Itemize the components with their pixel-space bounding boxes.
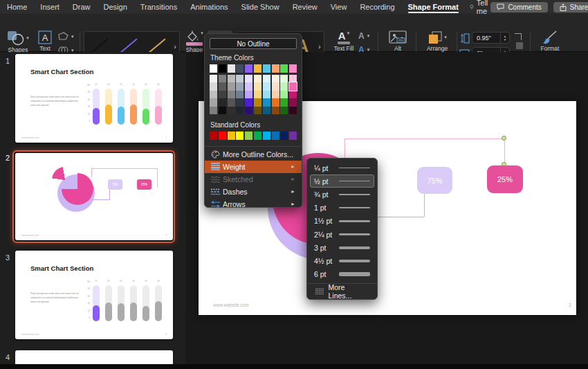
- weight-option[interactable]: 6 pt: [310, 268, 374, 281]
- color-swatch[interactable]: [289, 91, 297, 99]
- color-swatch[interactable]: [280, 107, 288, 115]
- ribbon-tab[interactable]: Draw: [73, 0, 91, 14]
- weight-option[interactable]: 4½ pt: [310, 254, 374, 267]
- weight-option[interactable]: 2¼ pt: [310, 228, 374, 241]
- color-swatch[interactable]: [245, 98, 252, 107]
- color-swatch[interactable]: [280, 82, 288, 91]
- gallery-more-icon[interactable]: ›: [318, 42, 321, 51]
- text-outline-button[interactable]: A ▾: [358, 32, 369, 40]
- shape-height-field[interactable]: 0.95" ▴▾: [472, 32, 510, 44]
- ribbon-tab[interactable]: Slide Show: [241, 0, 279, 14]
- color-swatch[interactable]: [280, 91, 288, 99]
- color-swatch[interactable]: [263, 64, 270, 73]
- color-swatch[interactable]: [272, 98, 279, 107]
- ribbon-tab[interactable]: Transitions: [140, 0, 177, 14]
- color-swatch[interactable]: [289, 98, 297, 107]
- slide-1-thumbnail[interactable]: Smart Chart Section Sed ut perspiciatis …: [15, 54, 173, 143]
- color-swatch[interactable]: [228, 107, 235, 115]
- color-swatch[interactable]: [280, 75, 288, 83]
- color-swatch[interactable]: [289, 75, 297, 83]
- color-swatch[interactable]: [236, 64, 244, 73]
- more-lines-button[interactable]: More Lines...: [310, 285, 374, 298]
- color-swatch[interactable]: [236, 98, 244, 107]
- edit-shape-button[interactable]: ▾: [58, 32, 74, 41]
- color-swatch[interactable]: [228, 75, 235, 83]
- color-swatch[interactable]: [254, 75, 261, 83]
- color-swatch[interactable]: [210, 82, 217, 91]
- color-swatch[interactable]: [289, 107, 297, 115]
- color-swatch[interactable]: [228, 91, 235, 99]
- weight-option[interactable]: ¼ pt: [310, 161, 374, 174]
- tell-me[interactable]: Tell me: [470, 0, 491, 15]
- ribbon-tab[interactable]: Recording: [360, 0, 394, 14]
- color-swatch[interactable]: [289, 82, 297, 91]
- menu-item-arrows[interactable]: Arrows ►: [205, 198, 302, 210]
- color-swatch[interactable]: [236, 82, 244, 91]
- menu-item-dashes[interactable]: Dashes ►: [205, 186, 302, 198]
- ribbon-tab[interactable]: Insert: [40, 0, 59, 14]
- color-swatch[interactable]: [210, 64, 217, 73]
- color-swatch[interactable]: [219, 82, 226, 91]
- color-swatch[interactable]: [219, 75, 226, 83]
- shape-box-25[interactable]: 25%: [487, 165, 523, 193]
- color-swatch[interactable]: [280, 132, 288, 140]
- color-swatch[interactable]: [228, 98, 235, 107]
- color-swatch[interactable]: [289, 64, 297, 73]
- slide-2-thumbnail[interactable]: 75% 25% www.website.com 2: [15, 153, 173, 240]
- color-swatch[interactable]: [254, 82, 261, 91]
- color-swatch[interactable]: [272, 75, 279, 83]
- height-stepper[interactable]: ▴▾: [500, 33, 509, 43]
- no-outline-button[interactable]: No Outline: [210, 38, 297, 49]
- color-swatch[interactable]: [263, 107, 270, 115]
- color-swatch[interactable]: [219, 98, 226, 107]
- shapes-button[interactable]: ▾ Shapes: [3, 30, 33, 54]
- arrange-button[interactable]: ▾ Arrange: [421, 30, 454, 53]
- color-swatch[interactable]: [210, 132, 217, 140]
- color-swatch[interactable]: [289, 132, 297, 140]
- color-swatch[interactable]: [263, 91, 270, 99]
- ribbon-tab[interactable]: Home: [7, 0, 27, 14]
- color-swatch[interactable]: [219, 132, 226, 140]
- comments-button[interactable]: Comments: [490, 2, 547, 12]
- color-swatch[interactable]: [272, 64, 279, 73]
- shape-style-yellow[interactable]: [143, 46, 172, 47]
- color-swatch[interactable]: [210, 98, 217, 107]
- share-button[interactable]: Share: [553, 2, 588, 12]
- color-swatch[interactable]: [245, 82, 252, 91]
- selection-handle-top[interactable]: [502, 136, 506, 141]
- color-swatch[interactable]: [245, 132, 252, 140]
- connector-pink-horizontal[interactable]: [344, 138, 504, 139]
- ribbon-tab[interactable]: View: [331, 0, 347, 14]
- color-swatch[interactable]: [228, 82, 235, 91]
- color-swatch[interactable]: [263, 75, 270, 83]
- color-swatch[interactable]: [272, 91, 279, 99]
- slide-3-thumbnail[interactable]: Smart Chart Section Sed ut perspiciatis …: [15, 251, 173, 339]
- connector-purple-vertical[interactable]: [424, 194, 425, 217]
- color-swatch[interactable]: [228, 64, 235, 73]
- color-swatch[interactable]: [219, 91, 226, 99]
- shape-style-black[interactable]: [84, 46, 113, 47]
- color-swatch[interactable]: [280, 64, 288, 73]
- color-swatch[interactable]: [263, 132, 270, 140]
- weight-option[interactable]: ½ pt: [310, 174, 374, 188]
- text-fill-button[interactable]: A ▾ Text Fill: [331, 30, 357, 53]
- weight-option[interactable]: 1½ pt: [310, 215, 374, 228]
- color-swatch[interactable]: [254, 98, 261, 107]
- color-swatch[interactable]: [210, 91, 217, 99]
- weight-option[interactable]: 3 pt: [310, 241, 374, 254]
- color-swatch[interactable]: [210, 107, 217, 115]
- color-swatch[interactable]: [236, 107, 244, 115]
- color-swatch[interactable]: [210, 75, 217, 83]
- weight-option[interactable]: 1 pt: [310, 201, 374, 215]
- weight-option[interactable]: ¾ pt: [310, 188, 374, 201]
- ribbon-tab[interactable]: Review: [293, 0, 318, 14]
- color-swatch[interactable]: [263, 98, 270, 107]
- color-swatch[interactable]: [219, 107, 226, 115]
- color-swatch[interactable]: [254, 107, 261, 115]
- color-swatch[interactable]: [254, 64, 261, 73]
- color-swatch[interactable]: [254, 91, 261, 99]
- color-swatch[interactable]: [263, 82, 270, 91]
- color-swatch[interactable]: [272, 82, 279, 91]
- color-swatch[interactable]: [219, 64, 226, 73]
- color-swatch[interactable]: [236, 75, 244, 83]
